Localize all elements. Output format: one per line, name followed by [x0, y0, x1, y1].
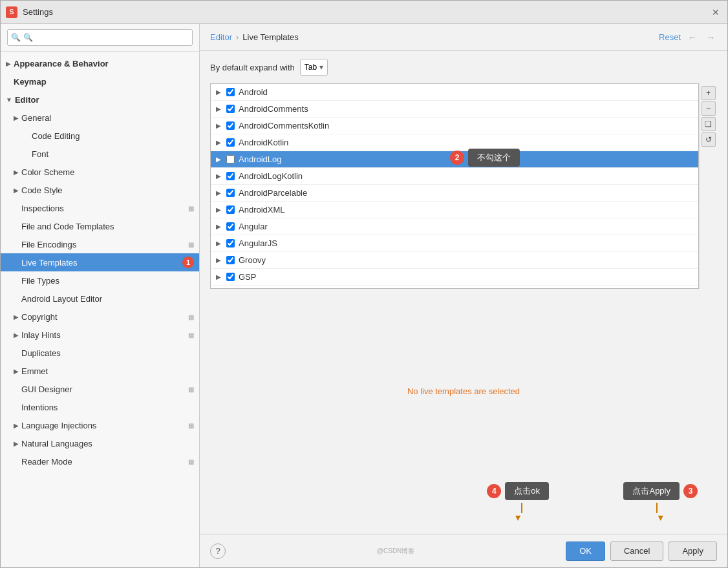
sidebar-item-natural-languages[interactable]: ▶ Natural Languages: [1, 434, 199, 452]
annotation-badge-2: 2: [450, 151, 464, 165]
template-row-angular[interactable]: ▶ Angular: [211, 218, 698, 235]
sidebar-item-code-editing[interactable]: ▶ Code Editing: [1, 127, 199, 145]
template-row-android[interactable]: ▶ Android: [211, 84, 698, 101]
template-row-android-parcelable[interactable]: ▶ AndroidParcelable: [211, 185, 698, 202]
app-icon: S: [6, 6, 17, 18]
sidebar-item-color-scheme[interactable]: ▶ Color Scheme: [1, 163, 199, 181]
template-checkbox-angularjs[interactable]: [226, 239, 235, 247]
grid-icon: ▦: [188, 386, 194, 393]
help-button[interactable]: ?: [210, 543, 226, 559]
template-row-groovy[interactable]: ▶ Groovy: [211, 252, 698, 269]
forward-button[interactable]: →: [704, 31, 717, 44]
main-panel: Editor › Live Templates Reset ← → By def…: [200, 24, 727, 567]
title-bar: S Settings ✕: [1, 1, 727, 24]
empty-state-text: No live templates are selected: [407, 386, 520, 396]
sidebar-item-inlay-hints[interactable]: ▶ Inlay Hints ▦: [1, 326, 199, 344]
template-checkbox-android-kotlin[interactable]: [226, 138, 235, 147]
template-checkbox-android-parcelable[interactable]: [226, 189, 235, 197]
watermark: @CSDN博客: [377, 547, 415, 556]
sidebar-item-live-templates[interactable]: ▶ Live Templates 1: [1, 253, 199, 271]
annotation-tooltip-ok: 点击ok: [505, 482, 549, 500]
template-row-android-comments[interactable]: ▶ AndroidComments: [211, 101, 698, 118]
sidebar-item-reader-mode[interactable]: ▶ Reader Mode ▦: [1, 452, 199, 470]
sidebar-item-inspections[interactable]: ▶ Inspections ▦: [1, 199, 199, 217]
sidebar-item-gui-designer[interactable]: ▶ GUI Designer ▦: [1, 380, 199, 398]
template-row-android-log[interactable]: ▶ AndroidLog 2 不勾这个: [211, 151, 698, 168]
reset-template-button[interactable]: ↺: [701, 132, 716, 147]
sidebar-item-label: General: [21, 113, 194, 123]
sidebar-item-label: Copyright: [21, 312, 188, 322]
add-template-button[interactable]: +: [701, 86, 716, 100]
template-row-android-kotlin[interactable]: ▶ AndroidKotlin: [211, 134, 698, 151]
sidebar-item-file-encodings[interactable]: ▶ File Encodings ▦: [1, 235, 199, 253]
template-name: AndroidXML: [239, 205, 285, 215]
sidebar-item-keymap[interactable]: ▶ Keymap: [1, 72, 199, 90]
sidebar-item-copyright[interactable]: ▶ Copyright ▦: [1, 308, 199, 326]
template-checkbox-android-comments[interactable]: [226, 105, 235, 113]
sidebar-item-general[interactable]: ▶ General: [1, 109, 199, 127]
sidebar-item-language-injections[interactable]: ▶ Language Injections ▦: [1, 416, 199, 434]
sidebar-item-appearance[interactable]: ▶ Appearance & Behavior: [1, 54, 199, 72]
template-list-container: ▶ Android ▶ AndroidComments: [210, 83, 699, 289]
sidebar-item-android-layout[interactable]: ▶ Android Layout Editor: [1, 289, 199, 308]
remove-template-button[interactable]: −: [701, 101, 716, 116]
template-row-android-log-kotlin[interactable]: ▶ AndroidLogKotlin: [211, 168, 698, 185]
annotation-tooltip-apply: 点击Apply: [623, 482, 680, 500]
cancel-button[interactable]: Cancel: [610, 542, 663, 561]
template-name: Android: [239, 87, 268, 97]
template-checkbox-angular[interactable]: [226, 222, 235, 231]
sidebar-item-font[interactable]: ▶ Font: [1, 145, 199, 163]
template-checkbox-android-comments-kotlin[interactable]: [226, 121, 235, 130]
sidebar-item-label: Color Scheme: [21, 167, 194, 177]
template-checkbox-android-log-kotlin[interactable]: [226, 172, 235, 180]
search-icon: 🔍: [11, 33, 21, 42]
panel-actions: Reset ← →: [659, 31, 717, 44]
template-checkbox-groovy[interactable]: [226, 256, 235, 264]
breadcrumb-current: Live Templates: [242, 32, 298, 42]
expand-icon: ▶: [216, 156, 224, 163]
template-row-angularjs[interactable]: ▶ AngularJS: [211, 235, 698, 252]
sidebar-item-intentions[interactable]: ▶ Intentions: [1, 398, 199, 416]
empty-state: No live templates are selected: [210, 289, 717, 494]
template-checkbox-android-xml[interactable]: [226, 205, 235, 214]
footer-right: OK Cancel Apply: [566, 542, 717, 561]
template-name: GSP: [239, 272, 256, 282]
close-button[interactable]: ✕: [709, 6, 722, 19]
template-checkbox-android[interactable]: [226, 88, 235, 96]
template-checkbox-gsp[interactable]: [226, 273, 235, 281]
template-row-android-comments-kotlin[interactable]: ▶ AndroidCommentsKotlin: [211, 118, 698, 134]
search-input[interactable]: [7, 29, 193, 46]
ok-button[interactable]: OK: [566, 542, 605, 561]
template-name: AndroidCommentsKotlin: [239, 121, 329, 131]
annotation-badge-3: 3: [683, 484, 698, 498]
template-row-gsp[interactable]: ▶ GSP: [211, 269, 698, 286]
template-name: AndroidComments: [239, 104, 308, 114]
breadcrumb-parent[interactable]: Editor: [210, 32, 232, 42]
expand-icon: ▶: [216, 273, 224, 280]
sidebar-item-duplicates[interactable]: ▶ Duplicates: [1, 344, 199, 362]
sidebar-item-label: Inlay Hints: [21, 330, 188, 340]
sidebar-item-label: Live Templates: [21, 258, 178, 268]
sidebar-item-file-code-templates[interactable]: ▶ File and Code Templates: [1, 217, 199, 235]
expand-dropdown[interactable]: Tab ▾: [300, 59, 328, 76]
template-checkbox-android-log[interactable]: [226, 155, 235, 163]
expand-icon: ▼: [6, 96, 12, 103]
back-button[interactable]: ←: [686, 31, 699, 44]
grid-icon: ▦: [188, 241, 194, 248]
sidebar-item-file-types[interactable]: ▶ File Types: [1, 271, 199, 289]
sidebar-tree: ▶ Appearance & Behavior ▶ Keymap ▼ Edito…: [1, 52, 199, 567]
expand-icon: ▶: [14, 114, 19, 121]
search-box: 🔍: [1, 24, 199, 52]
sidebar-item-code-style[interactable]: ▶ Code Style: [1, 181, 199, 199]
sidebar-item-editor[interactable]: ▼ Editor: [1, 90, 199, 109]
expand-icon: ▶: [6, 60, 11, 67]
sidebar: 🔍 ▶ Appearance & Behavior ▶ Keymap ▼ Edi…: [1, 24, 200, 567]
template-row-android-xml[interactable]: ▶ AndroidXML: [211, 202, 698, 218]
annotation-3-container: 点击Apply 3: [623, 482, 698, 521]
copy-template-button[interactable]: ❑: [701, 117, 716, 131]
apply-button[interactable]: Apply: [669, 542, 717, 561]
sidebar-item-emmet[interactable]: ▶ Emmet: [1, 362, 199, 380]
reset-button[interactable]: Reset: [659, 32, 681, 42]
sidebar-item-label: Android Layout Editor: [21, 294, 194, 304]
template-row-html-xml[interactable]: ▶ HTML/XML: [211, 286, 698, 288]
